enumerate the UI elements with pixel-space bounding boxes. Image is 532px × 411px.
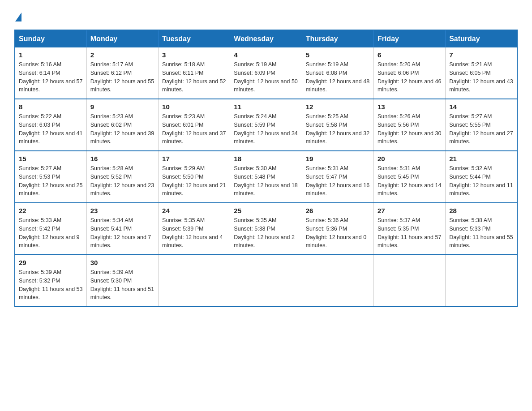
day-info: Sunrise: 5:39 AM Sunset: 5:32 PM Dayligh… bbox=[19, 268, 83, 302]
calendar-cell: 12 Sunrise: 5:25 AM Sunset: 5:58 PM Dayl… bbox=[302, 99, 373, 151]
calendar-cell: 24 Sunrise: 5:35 AM Sunset: 5:39 PM Dayl… bbox=[159, 203, 230, 255]
day-info: Sunrise: 5:37 AM Sunset: 5:35 PM Dayligh… bbox=[378, 216, 442, 250]
day-number: 28 bbox=[449, 207, 513, 214]
calendar-cell: 4 Sunrise: 5:19 AM Sunset: 6:09 PM Dayli… bbox=[230, 47, 302, 99]
day-info: Sunrise: 5:29 AM Sunset: 5:50 PM Dayligh… bbox=[162, 164, 226, 198]
day-number: 7 bbox=[449, 51, 513, 59]
day-info: Sunrise: 5:17 AM Sunset: 6:12 PM Dayligh… bbox=[90, 60, 154, 94]
day-info: Sunrise: 5:19 AM Sunset: 6:09 PM Dayligh… bbox=[234, 60, 298, 94]
day-info: Sunrise: 5:20 AM Sunset: 6:06 PM Dayligh… bbox=[378, 60, 442, 94]
day-info: Sunrise: 5:19 AM Sunset: 6:08 PM Dayligh… bbox=[306, 60, 370, 94]
day-info: Sunrise: 5:38 AM Sunset: 5:33 PM Dayligh… bbox=[449, 216, 513, 250]
calendar-week-row: 1 Sunrise: 5:16 AM Sunset: 6:14 PM Dayli… bbox=[15, 47, 517, 99]
calendar-header-row: SundayMondayTuesdayWednesdayThursdayFrid… bbox=[15, 30, 517, 47]
day-info: Sunrise: 5:31 AM Sunset: 5:47 PM Dayligh… bbox=[306, 164, 370, 198]
calendar-week-row: 22 Sunrise: 5:33 AM Sunset: 5:42 PM Dayl… bbox=[15, 203, 517, 255]
calendar-week-row: 29 Sunrise: 5:39 AM Sunset: 5:32 PM Dayl… bbox=[15, 255, 517, 307]
day-info: Sunrise: 5:28 AM Sunset: 5:52 PM Dayligh… bbox=[90, 164, 154, 198]
day-info: Sunrise: 5:39 AM Sunset: 5:30 PM Dayligh… bbox=[90, 268, 154, 302]
calendar-cell: 22 Sunrise: 5:33 AM Sunset: 5:42 PM Dayl… bbox=[15, 203, 86, 255]
day-number: 24 bbox=[162, 207, 226, 214]
day-number: 27 bbox=[378, 207, 442, 214]
day-number: 8 bbox=[19, 103, 83, 111]
calendar-header-saturday: Saturday bbox=[446, 30, 517, 47]
day-info: Sunrise: 5:30 AM Sunset: 5:48 PM Dayligh… bbox=[234, 164, 298, 198]
day-number: 15 bbox=[19, 155, 83, 163]
page-header bbox=[14, 11, 518, 21]
logo bbox=[14, 11, 21, 21]
calendar-cell: 30 Sunrise: 5:39 AM Sunset: 5:30 PM Dayl… bbox=[86, 255, 158, 307]
calendar-cell: 28 Sunrise: 5:38 AM Sunset: 5:33 PM Dayl… bbox=[446, 203, 517, 255]
day-info: Sunrise: 5:16 AM Sunset: 6:14 PM Dayligh… bbox=[19, 60, 83, 94]
calendar-header-wednesday: Wednesday bbox=[230, 30, 302, 47]
calendar-cell: 6 Sunrise: 5:20 AM Sunset: 6:06 PM Dayli… bbox=[373, 47, 445, 99]
day-info: Sunrise: 5:32 AM Sunset: 5:44 PM Dayligh… bbox=[449, 164, 513, 198]
day-info: Sunrise: 5:23 AM Sunset: 6:02 PM Dayligh… bbox=[90, 112, 154, 146]
calendar-header-tuesday: Tuesday bbox=[159, 30, 230, 47]
day-number: 12 bbox=[306, 103, 370, 111]
calendar-cell: 21 Sunrise: 5:32 AM Sunset: 5:44 PM Dayl… bbox=[446, 151, 517, 203]
day-number: 30 bbox=[90, 259, 154, 266]
calendar-cell: 15 Sunrise: 5:27 AM Sunset: 5:53 PM Dayl… bbox=[15, 151, 86, 203]
day-info: Sunrise: 5:27 AM Sunset: 5:53 PM Dayligh… bbox=[19, 164, 83, 198]
day-info: Sunrise: 5:35 AM Sunset: 5:39 PM Dayligh… bbox=[162, 216, 226, 250]
calendar-header-friday: Friday bbox=[373, 30, 445, 47]
calendar-cell bbox=[159, 255, 230, 307]
calendar-cell: 13 Sunrise: 5:26 AM Sunset: 5:56 PM Dayl… bbox=[373, 99, 445, 151]
day-number: 5 bbox=[306, 51, 370, 59]
day-info: Sunrise: 5:18 AM Sunset: 6:11 PM Dayligh… bbox=[162, 60, 226, 94]
calendar-table: SundayMondayTuesdayWednesdayThursdayFrid… bbox=[14, 30, 518, 307]
day-info: Sunrise: 5:36 AM Sunset: 5:36 PM Dayligh… bbox=[306, 216, 370, 250]
day-info: Sunrise: 5:25 AM Sunset: 5:58 PM Dayligh… bbox=[306, 112, 370, 146]
calendar-cell bbox=[446, 255, 517, 307]
calendar-cell: 11 Sunrise: 5:24 AM Sunset: 5:59 PM Dayl… bbox=[230, 99, 302, 151]
day-number: 13 bbox=[378, 103, 442, 111]
day-number: 17 bbox=[162, 155, 226, 163]
calendar-cell: 5 Sunrise: 5:19 AM Sunset: 6:08 PM Dayli… bbox=[302, 47, 373, 99]
day-info: Sunrise: 5:21 AM Sunset: 6:05 PM Dayligh… bbox=[449, 60, 513, 94]
day-number: 14 bbox=[449, 103, 513, 111]
calendar-cell: 18 Sunrise: 5:30 AM Sunset: 5:48 PM Dayl… bbox=[230, 151, 302, 203]
day-number: 9 bbox=[90, 103, 154, 111]
calendar-cell: 29 Sunrise: 5:39 AM Sunset: 5:32 PM Dayl… bbox=[15, 255, 86, 307]
calendar-cell: 7 Sunrise: 5:21 AM Sunset: 6:05 PM Dayli… bbox=[446, 47, 517, 99]
day-info: Sunrise: 5:27 AM Sunset: 5:55 PM Dayligh… bbox=[449, 112, 513, 146]
day-number: 11 bbox=[234, 103, 298, 111]
day-number: 25 bbox=[234, 207, 298, 214]
day-number: 26 bbox=[306, 207, 370, 214]
day-info: Sunrise: 5:23 AM Sunset: 6:01 PM Dayligh… bbox=[162, 112, 226, 146]
day-info: Sunrise: 5:26 AM Sunset: 5:56 PM Dayligh… bbox=[378, 112, 442, 146]
calendar-cell: 8 Sunrise: 5:22 AM Sunset: 6:03 PM Dayli… bbox=[15, 99, 86, 151]
day-number: 4 bbox=[234, 51, 298, 59]
calendar-cell: 17 Sunrise: 5:29 AM Sunset: 5:50 PM Dayl… bbox=[159, 151, 230, 203]
calendar-cell: 1 Sunrise: 5:16 AM Sunset: 6:14 PM Dayli… bbox=[15, 47, 86, 99]
day-info: Sunrise: 5:22 AM Sunset: 6:03 PM Dayligh… bbox=[19, 112, 83, 146]
calendar-cell bbox=[373, 255, 445, 307]
calendar-header-monday: Monday bbox=[86, 30, 158, 47]
day-number: 22 bbox=[19, 207, 83, 214]
day-info: Sunrise: 5:34 AM Sunset: 5:41 PM Dayligh… bbox=[90, 216, 154, 250]
calendar-cell: 9 Sunrise: 5:23 AM Sunset: 6:02 PM Dayli… bbox=[86, 99, 158, 151]
calendar-header-sunday: Sunday bbox=[15, 30, 86, 47]
calendar-cell: 2 Sunrise: 5:17 AM Sunset: 6:12 PM Dayli… bbox=[86, 47, 158, 99]
day-number: 2 bbox=[90, 51, 154, 59]
calendar-cell: 26 Sunrise: 5:36 AM Sunset: 5:36 PM Dayl… bbox=[302, 203, 373, 255]
calendar-week-row: 15 Sunrise: 5:27 AM Sunset: 5:53 PM Dayl… bbox=[15, 151, 517, 203]
calendar-cell: 27 Sunrise: 5:37 AM Sunset: 5:35 PM Dayl… bbox=[373, 203, 445, 255]
day-number: 18 bbox=[234, 155, 298, 163]
calendar-cell: 3 Sunrise: 5:18 AM Sunset: 6:11 PM Dayli… bbox=[159, 47, 230, 99]
calendar-week-row: 8 Sunrise: 5:22 AM Sunset: 6:03 PM Dayli… bbox=[15, 99, 517, 151]
day-info: Sunrise: 5:31 AM Sunset: 5:45 PM Dayligh… bbox=[378, 164, 442, 198]
calendar-cell: 23 Sunrise: 5:34 AM Sunset: 5:41 PM Dayl… bbox=[86, 203, 158, 255]
day-info: Sunrise: 5:24 AM Sunset: 5:59 PM Dayligh… bbox=[234, 112, 298, 146]
day-number: 20 bbox=[378, 155, 442, 163]
day-number: 29 bbox=[19, 259, 83, 266]
day-number: 3 bbox=[162, 51, 226, 59]
calendar-cell: 25 Sunrise: 5:35 AM Sunset: 5:38 PM Dayl… bbox=[230, 203, 302, 255]
day-number: 16 bbox=[90, 155, 154, 163]
day-info: Sunrise: 5:33 AM Sunset: 5:42 PM Dayligh… bbox=[19, 216, 83, 250]
calendar-cell: 10 Sunrise: 5:23 AM Sunset: 6:01 PM Dayl… bbox=[159, 99, 230, 151]
calendar-cell: 19 Sunrise: 5:31 AM Sunset: 5:47 PM Dayl… bbox=[302, 151, 373, 203]
day-number: 19 bbox=[306, 155, 370, 163]
calendar-cell: 16 Sunrise: 5:28 AM Sunset: 5:52 PM Dayl… bbox=[86, 151, 158, 203]
